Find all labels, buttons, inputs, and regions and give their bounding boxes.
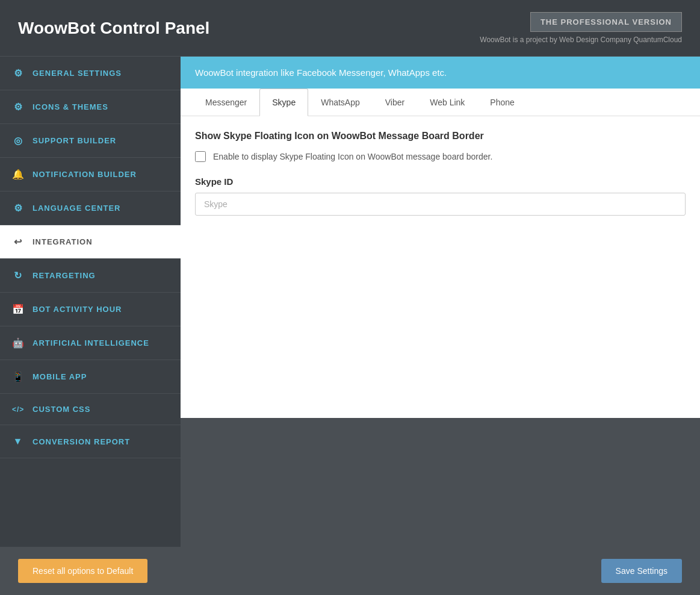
support-icon: ◎: [12, 135, 24, 146]
header-subtitle: WoowBot is a project by Web Design Compa…: [480, 36, 682, 44]
tabs-bar: Messenger Skype WhatsApp Viber Web Link …: [181, 89, 700, 116]
sidebar-label-mobile-app: MOBILE APP: [33, 372, 87, 381]
sidebar-label-retargeting: RETARGETING: [33, 271, 96, 280]
page-title: WoowBot Control Panel: [18, 19, 209, 38]
sidebar-label-bot-activity-hour: BOT ACTIVITY HOUR: [33, 305, 122, 314]
tab-phone[interactable]: Phone: [477, 89, 527, 116]
skype-id-label: Skype ID: [195, 176, 686, 187]
sidebar: ⚙ GENERAL SETTINGS ⚙ ICONS & THEMES ◎ SU…: [0, 57, 181, 575]
activity-icon: 📅: [12, 304, 24, 315]
tab-weblink[interactable]: Web Link: [417, 89, 477, 116]
tab-whatsapp[interactable]: WhatsApp: [308, 89, 373, 116]
checkbox-label: Enable to display Skype Floating Icon on…: [213, 152, 492, 161]
tab-skype[interactable]: Skype: [259, 89, 308, 116]
sidebar-label-general-settings: GENERAL SETTINGS: [33, 69, 122, 78]
tab-messenger[interactable]: Messenger: [193, 89, 259, 116]
settings-icon: ⚙: [12, 67, 24, 79]
sidebar-item-integration[interactable]: ↩ INTEGRATION: [0, 225, 181, 259]
notification-icon: 🔔: [12, 169, 24, 180]
report-icon: ▼: [12, 436, 24, 447]
panel-header-text: WoowBot integration like Facebook Messen…: [195, 67, 447, 78]
panel-header: WoowBot integration like Facebook Messen…: [181, 57, 700, 89]
sidebar-label-conversion-report: CONVERSION REPORT: [33, 437, 130, 446]
sidebar-label-icons-themes: ICONS & THEMES: [33, 102, 108, 111]
sidebar-label-language-center: LANGUAGE CENTER: [33, 204, 120, 213]
sidebar-label-integration: INTEGRATION: [33, 237, 93, 246]
language-icon: ⚙: [12, 202, 24, 214]
sidebar-item-bot-activity-hour[interactable]: 📅 BOT ACTIVITY HOUR: [0, 293, 181, 326]
integration-icon: ↩: [12, 236, 24, 248]
panel-body: Show Skype Floating Icon on WoowBot Mess…: [181, 116, 700, 230]
ai-icon: 🤖: [12, 337, 24, 349]
skype-id-input[interactable]: [195, 193, 686, 216]
sidebar-item-support-builder[interactable]: ◎ SUPPORT BUILDER: [0, 124, 181, 158]
panel: WoowBot integration like Facebook Messen…: [181, 57, 700, 418]
sidebar-item-artificial-intelligence[interactable]: 🤖 ARTIFICIAL INTELLIGENCE: [0, 326, 181, 360]
layout: ⚙ GENERAL SETTINGS ⚙ ICONS & THEMES ◎ SU…: [0, 57, 700, 575]
sidebar-item-mobile-app[interactable]: 📱 MOBILE APP: [0, 360, 181, 394]
save-button[interactable]: Save Settings: [601, 559, 682, 583]
sidebar-item-icons-themes[interactable]: ⚙ ICONS & THEMES: [0, 90, 181, 124]
sidebar-item-general-settings[interactable]: ⚙ GENERAL SETTINGS: [0, 57, 181, 90]
header-right: THE PROFESSIONAL VERSION WoowBot is a pr…: [480, 12, 682, 44]
sidebar-item-custom-css[interactable]: </> CUSTOM CSS: [0, 394, 181, 425]
header: WoowBot Control Panel THE PROFESSIONAL V…: [0, 0, 700, 57]
icons-icon: ⚙: [12, 101, 24, 113]
sidebar-item-notification-builder[interactable]: 🔔 NOTIFICATION BUILDER: [0, 158, 181, 192]
section-title: Show Skype Floating Icon on WoowBot Mess…: [195, 131, 686, 142]
main-content: WoowBot integration like Facebook Messen…: [181, 57, 700, 575]
tab-viber[interactable]: Viber: [373, 89, 417, 116]
sidebar-item-conversion-report[interactable]: ▼ CONVERSION REPORT: [0, 425, 181, 458]
sidebar-label-artificial-intelligence: ARTIFICIAL INTELLIGENCE: [33, 338, 149, 347]
reset-button[interactable]: Reset all options to Default: [18, 559, 147, 583]
footer-buttons: Reset all options to Default Save Settin…: [0, 547, 700, 595]
retargeting-icon: ↻: [12, 270, 24, 281]
mobile-icon: 📱: [12, 371, 24, 382]
sidebar-item-retargeting[interactable]: ↻ RETARGETING: [0, 259, 181, 293]
css-icon: </>: [12, 405, 24, 414]
sidebar-item-language-center[interactable]: ⚙ LANGUAGE CENTER: [0, 192, 181, 225]
professional-badge: THE PROFESSIONAL VERSION: [530, 12, 682, 32]
skype-enable-checkbox[interactable]: [195, 151, 206, 162]
sidebar-label-support-builder: SUPPORT BUILDER: [33, 136, 116, 145]
sidebar-label-notification-builder: NOTIFICATION BUILDER: [33, 170, 137, 179]
checkbox-row: Enable to display Skype Floating Icon on…: [195, 151, 686, 162]
sidebar-label-custom-css: CUSTOM CSS: [33, 405, 90, 414]
